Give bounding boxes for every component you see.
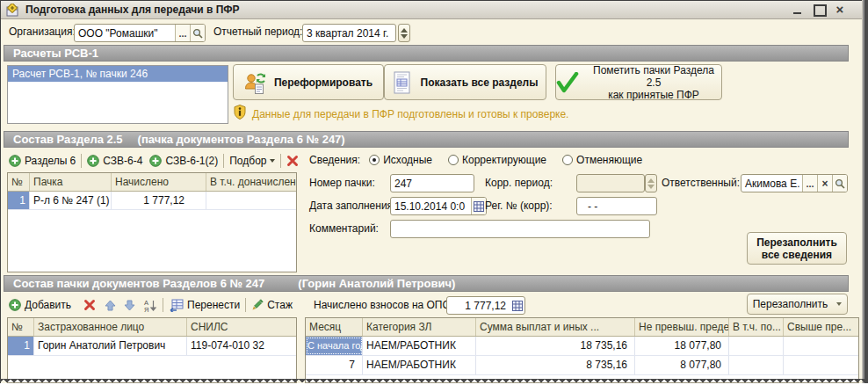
mark-accepted-button[interactable]: Пометить пачки Раздела 2.5 как принятые …: [555, 64, 722, 100]
staj-button[interactable]: Стаж: [251, 299, 293, 311]
org-search-icon[interactable]: [190, 25, 205, 41]
mark-accepted-line2: как принятые ПФР: [608, 89, 699, 101]
period-spinner[interactable]: [398, 24, 410, 42]
rsv-list-item[interactable]: Расчет РСВ-1, № пачки 246: [8, 66, 228, 82]
close-icon[interactable]: ×: [834, 4, 846, 15]
radio-ishodnye-label[interactable]: Исходные: [383, 154, 432, 166]
razdely6-label: Разделы 6: [25, 155, 76, 167]
minimize-icon[interactable]: [792, 4, 804, 15]
refill-all-button[interactable]: Перезаполнить все сведения: [747, 232, 847, 265]
org-value[interactable]: ООО "Ромашки": [75, 27, 175, 40]
nomer-field[interactable]: 247: [390, 174, 474, 192]
section-title-rsv: Расчеты РСВ-1: [13, 47, 98, 60]
cell-person[interactable]: Горин Анатолий Петрович: [34, 337, 187, 355]
sort-az-icon[interactable]: А Я: [143, 299, 157, 312]
cell-category[interactable]: НАЕМ/РАБОТНИК: [363, 337, 476, 355]
cell-nachisleno[interactable]: 1 777,12: [112, 192, 206, 209]
cell-num[interactable]: 1: [8, 337, 34, 355]
calculator-icon[interactable]: [510, 297, 524, 314]
radio-ishodnye[interactable]: [369, 155, 380, 165]
months-table-row[interactable]: 7 НАЕМ/РАБОТНИК 8 735,16 8 077,80: [306, 356, 858, 375]
move-up-icon[interactable]: [105, 300, 116, 311]
add-person-button[interactable]: Добавить: [9, 299, 71, 311]
cell-month[interactable]: 7: [306, 356, 363, 374]
date-field[interactable]: 15.10.2014 0:0: [390, 197, 487, 215]
radio-korrekt[interactable]: [448, 155, 459, 165]
spinner-up-icon: [647, 178, 655, 183]
maximize-icon[interactable]: [813, 4, 825, 15]
delete-x-icon[interactable]: [83, 299, 96, 311]
section6-toolbar: Добавить А Я Перенести: [9, 295, 293, 315]
radio-otmen-label[interactable]: Отменяющие: [576, 154, 642, 166]
move-down-icon[interactable]: [124, 300, 135, 311]
chevron-down-icon: [270, 159, 275, 163]
cell-ne-prevysh[interactable]: 18 077,80: [635, 337, 729, 355]
mark-accepted-line1: Пометить пачки Раздела 2.5: [593, 64, 714, 89]
add-razdely6-button[interactable]: Разделы 6: [9, 155, 76, 167]
cell-snils[interactable]: 119-074-010 32: [187, 337, 296, 355]
pachki-table-row[interactable]: 1 Р-л 6 № 247 (1) 1 777,12: [8, 192, 296, 210]
spinner-down-icon: [647, 185, 655, 189]
cell-sum[interactable]: 18 735,16: [476, 337, 635, 355]
reform-button[interactable]: Переформировать: [233, 64, 384, 100]
months-table-row[interactable]: С начала года НАЕМ/РАБОТНИК 18 735,16 18…: [306, 337, 858, 356]
org-ellipsis-button[interactable]: ...: [175, 25, 190, 41]
org-field[interactable]: ООО "Ромашки" ...: [74, 24, 206, 42]
resp-field[interactable]: Акимова Е. ... ×: [741, 174, 848, 192]
rsv-listbox[interactable]: Расчет РСВ-1, № пачки 246: [7, 65, 228, 124]
cell-num[interactable]: 1: [8, 192, 30, 209]
col-category: Категория ЗЛ: [363, 318, 476, 336]
cell-ne-prevysh[interactable]: 8 077,80: [635, 356, 729, 374]
cell-svyshe[interactable]: [784, 337, 858, 355]
calendar-icon[interactable]: [471, 198, 486, 214]
ops-value[interactable]: 1 777,12: [447, 300, 510, 312]
cell-pachka[interactable]: Р-л 6 № 247 (1): [30, 192, 112, 209]
refill-dropdown-button[interactable]: Перезаполнить: [747, 294, 848, 315]
persons-table-header: № Застрахованное лицо СНИЛС: [8, 318, 296, 337]
add-szv612-button[interactable]: СЗВ-6-1(2): [149, 155, 218, 167]
resp-clear-button[interactable]: ×: [817, 175, 832, 192]
pachki-table: № Пачка Начислено В т.ч. доначислено 1 Р…: [7, 172, 297, 272]
cell-donachisleno[interactable]: [206, 192, 296, 209]
period-value[interactable]: 3 квартал 2014 г.: [303, 27, 395, 40]
korr-period-spinner: [645, 174, 657, 192]
podbor-dropdown-button[interactable]: Подбор: [229, 155, 275, 167]
spinner-down-icon[interactable]: [401, 34, 408, 39]
period-field[interactable]: 3 квартал 2014 г.: [302, 24, 396, 42]
ops-field[interactable]: 1 777,12: [446, 296, 525, 315]
move-rows-button[interactable]: Перенести: [169, 299, 240, 312]
toolbar-separator: [223, 154, 224, 168]
col-person: Застрахованное лицо: [34, 318, 187, 336]
cell-vtch[interactable]: [729, 356, 784, 374]
cell-category[interactable]: НАЕМ/РАБОТНИК: [363, 356, 476, 374]
svedeniya-radio-group: Сведения: Исходные Корректирующие Отменя…: [309, 154, 642, 166]
cell-vtch[interactable]: [729, 337, 784, 355]
resp-ellipsis-button[interactable]: ...: [802, 175, 817, 192]
persons-table-row[interactable]: 1 Горин Анатолий Петрович 119-074-010 32: [8, 337, 296, 356]
resp-value[interactable]: Акимова Е.: [741, 178, 802, 190]
nomer-value[interactable]: 247: [391, 178, 474, 190]
document-sections-icon: [393, 71, 412, 94]
delete-x-icon[interactable]: [286, 155, 299, 167]
cell-svyshe[interactable]: [784, 356, 858, 374]
resp-search-icon[interactable]: [832, 175, 847, 192]
add-szv64-button[interactable]: СЗВ-6-4: [87, 155, 142, 167]
spinner-up-icon[interactable]: [401, 28, 408, 33]
cell-month[interactable]: С начала года: [306, 337, 363, 355]
radio-korrekt-label[interactable]: Корректирующие: [462, 154, 546, 166]
cell-sum[interactable]: 8 735,16: [476, 356, 635, 374]
comment-field[interactable]: [390, 220, 650, 238]
toolbar-separator: [280, 154, 281, 168]
col-sum: Сумма выплат и иных ...: [476, 318, 635, 336]
reg-value[interactable]: - -: [577, 200, 656, 213]
show-all-sections-button[interactable]: Показать все разделы: [384, 64, 546, 100]
toolbar-separator: [163, 298, 163, 312]
col-month: Месяц: [306, 318, 363, 336]
toolbar-separator: [245, 298, 246, 312]
szv612-label: СЗВ-6-1(2): [165, 155, 218, 167]
ops-label: Начислено взносов на ОПС:: [314, 299, 453, 311]
chevron-down-icon: [836, 302, 842, 306]
date-value[interactable]: 15.10.2014 0:0: [391, 200, 471, 213]
reg-field[interactable]: - -: [576, 197, 657, 215]
radio-otmen[interactable]: [562, 155, 573, 165]
